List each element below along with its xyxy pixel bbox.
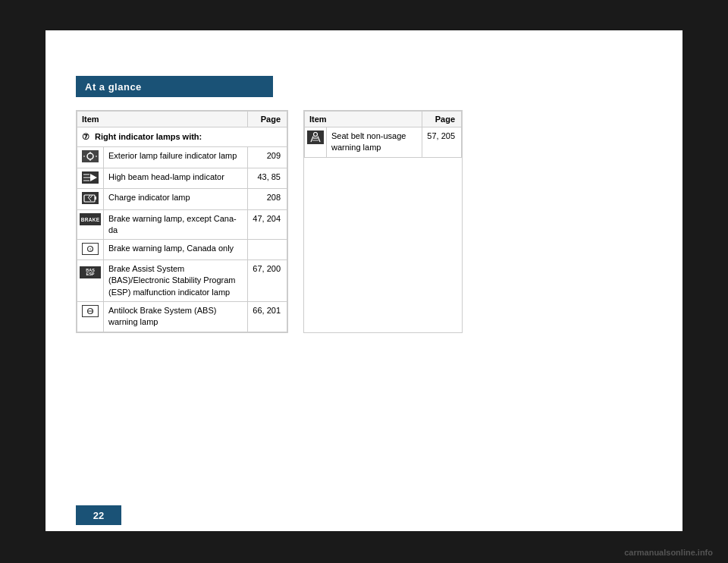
svg-line-11 [88, 195, 90, 198]
left-col1-header: Item [77, 112, 248, 127]
section-header-row: ⑦ Right indicator lamps with: [77, 127, 287, 147]
left-col2-header: Page [248, 112, 287, 127]
icon-cell: ! [77, 240, 104, 259]
bas-esp-desc: Brake Assist System (BAS)/Electronic Sta… [104, 259, 248, 301]
table-row: Seat belt non-usage warning lamp 57, 205 [305, 127, 462, 158]
table-row: Antilock Brake System (ABS) warning lamp… [77, 301, 287, 332]
left-table: Item Page ⑦ Right indicator lamps with: [76, 110, 288, 333]
exterior-lamp-page: 209 [248, 147, 287, 168]
high-beam-desc: High beam head-lamp indicator [104, 168, 248, 188]
svg-line-13 [89, 198, 91, 201]
abs-desc: Antilock Brake System (ABS) warning lamp [104, 301, 248, 332]
brake-canada-icon: ! [82, 243, 99, 255]
section-title: Right indicator lamps with: [95, 132, 202, 141]
brake-warning-page: 47, 204 [248, 209, 287, 240]
table-row: Exterior lamp failure indicator lamp 209 [77, 147, 287, 168]
charge-indicator-icon [82, 192, 99, 204]
svg-rect-10 [95, 197, 96, 200]
high-beam-page: 43, 85 [248, 168, 287, 188]
bas-esp-icon: BASESP [80, 266, 101, 278]
icon-cell [77, 147, 104, 168]
header-title: At a glance [85, 81, 142, 93]
brake-warning-desc: Brake warning lamp, except Cana-da [104, 209, 248, 240]
charge-desc: Charge indicator lamp [104, 189, 248, 209]
table-row: ! Brake warning lamp, Canada only [77, 240, 287, 259]
icon-cell: BRAKE [77, 209, 104, 240]
right-col1-header: Item [305, 112, 422, 127]
abs-icon [82, 305, 99, 317]
icon-cell [77, 189, 104, 209]
table-row: High beam head-lamp indicator 43, 85 [77, 168, 287, 188]
svg-marker-8 [90, 174, 97, 181]
right-col2-header: Page [422, 112, 462, 127]
icon-cell [77, 168, 104, 188]
watermark-text: carmanualsonline.info [624, 548, 713, 557]
icon-cell: BASESP [77, 259, 104, 301]
seatbelt-page: 57, 205 [422, 127, 462, 158]
brake-canada-page [248, 240, 287, 259]
table-row: BRAKE Brake warning lamp, except Cana-da… [77, 209, 287, 240]
svg-point-18 [314, 133, 318, 137]
watermark: carmanualsonline.info [624, 548, 713, 557]
svg-line-19 [311, 137, 313, 143]
exterior-lamp-desc: Exterior lamp failure indicator lamp [104, 147, 248, 168]
bas-esp-page: 67, 200 [248, 259, 287, 301]
icon-cell [77, 301, 104, 332]
charge-page: 208 [248, 189, 287, 209]
brake-warning-icon: BRAKE [80, 213, 101, 225]
content-area: Item Page ⑦ Right indicator lamps with: [76, 110, 463, 333]
high-beam-icon [82, 171, 99, 184]
exterior-lamp-icon [82, 150, 99, 162]
seatbelt-desc: Seat belt non-usage warning lamp [327, 127, 422, 158]
seatbelt-icon [307, 131, 324, 144]
page-number: 22 [93, 510, 104, 521]
table-row: Charge indicator lamp 208 [77, 189, 287, 209]
icon-cell [305, 127, 327, 158]
right-table: Item Page [303, 110, 463, 333]
brake-canada-desc: Brake warning lamp, Canada only [104, 240, 248, 259]
abs-page: 66, 201 [248, 301, 287, 332]
svg-point-0 [87, 153, 93, 159]
section-item-num: ⑦ [82, 132, 89, 141]
page-footer: 22 [76, 505, 121, 525]
svg-line-12 [90, 195, 93, 198]
header-bar: At a glance [76, 76, 273, 97]
table-row: BASESP Brake Assist System (BAS)/Electro… [77, 259, 287, 301]
svg-line-20 [318, 137, 320, 143]
